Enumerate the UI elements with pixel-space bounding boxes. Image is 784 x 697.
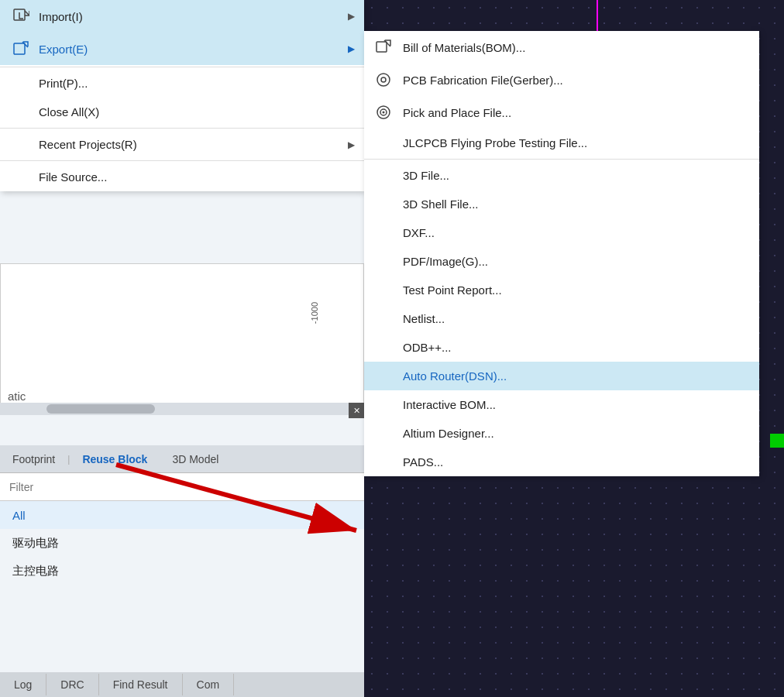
submenu-item-bom[interactable]: Bill of Materials(BOM)... [364, 31, 759, 64]
pick-place-icon [375, 104, 398, 121]
num-indicator: -1000 [310, 302, 319, 324]
submenu-label-bom: Bill of Materials(BOM)... [403, 41, 525, 54]
file-menu: Import(I) ▶ Export(E) ▶ Print(P)... Clos… [0, 0, 364, 191]
import-icon [12, 8, 34, 25]
h-scroll-thumb[interactable] [46, 404, 155, 414]
bottom-tab-drc[interactable]: DRC [46, 674, 98, 695]
menu-label-close-all: Close All(X) [39, 105, 99, 118]
submenu-divider-1 [364, 159, 759, 160]
submenu-item-odb[interactable]: ODB++... [364, 333, 759, 362]
tab-3d-model[interactable]: 3D Model [160, 448, 231, 470]
menu-label-export: Export(E) [39, 43, 88, 56]
svg-rect-4 [377, 42, 387, 52]
submenu-item-interactive-bom[interactable]: Interactive BOM... [364, 390, 759, 419]
submenu-item-3d-shell[interactable]: 3D Shell File... [364, 190, 759, 218]
submenu-label-pads: PADS... [403, 455, 443, 469]
menu-item-export[interactable]: Export(E) ▶ [0, 33, 364, 65]
submenu-item-pdf[interactable]: PDF/Image(G)... [364, 247, 759, 276]
menu-item-file-source[interactable]: File Source... [0, 163, 364, 191]
submenu-item-gerber[interactable]: PCB Fabrication File(Gerber)... [364, 64, 759, 96]
atic-text: atic [8, 390, 26, 403]
submenu-label-3d-shell: 3D Shell File... [403, 197, 479, 211]
h-scrollbar[interactable] [0, 403, 360, 415]
svg-point-10 [383, 112, 385, 114]
green-indicator [770, 434, 784, 448]
bom-icon [375, 39, 398, 56]
export-arrow: ▶ [348, 43, 355, 54]
menu-divider-1 [0, 67, 364, 67]
submenu-item-3d-file[interactable]: 3D File... [364, 161, 759, 190]
import-arrow: ▶ [348, 11, 355, 22]
svg-point-6 [377, 74, 390, 86]
svg-rect-2 [14, 43, 25, 54]
submenu-label-test-point: Test Point Report... [403, 283, 502, 297]
filter-input[interactable] [0, 473, 364, 501]
submenu-item-altium[interactable]: Altium Designer... [364, 419, 759, 448]
svg-point-7 [381, 77, 386, 82]
bottom-tab-com[interactable]: Com [183, 674, 235, 695]
bottom-tab-log[interactable]: Log [0, 674, 46, 695]
tabs-bar: Footprint | Reuse Block 3D Model [0, 445, 364, 473]
menu-label-file-source: File Source... [39, 170, 107, 184]
submenu-label-3d-file: 3D File... [403, 169, 449, 182]
submenu-label-dxf: DXF... [403, 226, 435, 239]
svg-line-1 [25, 11, 29, 15]
submenu-label-odb: ODB++... [403, 341, 452, 354]
submenu-item-pads[interactable]: PADS... [364, 448, 759, 476]
submenu-item-jlcpcb[interactable]: JLCPCB Flying Probe Testing File... [364, 129, 759, 157]
bottom-tab-find-result[interactable]: Find Result [99, 674, 183, 695]
bottom-tabs-bar: Log DRC Find Result Com [0, 672, 364, 697]
submenu-item-netlist[interactable]: Netlist... [364, 304, 759, 333]
menu-item-import[interactable]: Import(I) ▶ [0, 0, 364, 33]
gerber-icon [375, 71, 398, 88]
submenu-item-dxf[interactable]: DXF... [364, 218, 759, 247]
menu-label-import: Import(I) [39, 10, 83, 23]
submenu-label-jlcpcb: JLCPCB Flying Probe Testing File... [403, 136, 587, 149]
recent-arrow: ▶ [348, 139, 355, 150]
menu-label-print: Print(P)... [39, 77, 88, 90]
export-submenu: Bill of Materials(BOM)... PCB Fabricatio… [364, 31, 759, 476]
submenu-label-pdf: PDF/Image(G)... [403, 255, 488, 268]
list-item-drive-circuit[interactable]: 驱动电路 [0, 529, 364, 557]
submenu-label-gerber: PCB Fabrication File(Gerber)... [403, 74, 563, 87]
diagram-area: 1 [0, 263, 364, 407]
export-icon [12, 40, 34, 57]
list-item-all[interactable]: All [0, 501, 364, 529]
menu-divider-2 [0, 128, 364, 129]
menu-label-recent: Recent Projects(R) [39, 138, 137, 151]
submenu-label-altium: Altium Designer... [403, 427, 494, 440]
menu-item-recent[interactable]: Recent Projects(R) ▶ [0, 130, 364, 159]
close-button[interactable]: ✕ [349, 403, 364, 418]
submenu-label-auto-router: Auto Router(DSN)... [403, 369, 507, 383]
menu-item-print[interactable]: Print(P)... [0, 69, 364, 98]
submenu-item-test-point[interactable]: Test Point Report... [364, 276, 759, 304]
submenu-label-pick-place: Pick and Place File... [403, 106, 511, 119]
svg-line-5 [384, 40, 390, 46]
tab-reuse-block[interactable]: Reuse Block [70, 448, 160, 470]
menu-item-close-all[interactable]: Close All(X) [0, 98, 364, 126]
tab-footprint[interactable]: Footprint [0, 448, 67, 470]
submenu-label-netlist: Netlist... [403, 312, 445, 325]
submenu-item-auto-router[interactable]: Auto Router(DSN)... [364, 362, 759, 390]
submenu-label-interactive-bom: Interactive BOM... [403, 398, 496, 411]
list-item-main-control[interactable]: 主控电路 [0, 557, 364, 585]
menu-divider-3 [0, 160, 364, 161]
submenu-item-pick-place[interactable]: Pick and Place File... [364, 96, 759, 129]
